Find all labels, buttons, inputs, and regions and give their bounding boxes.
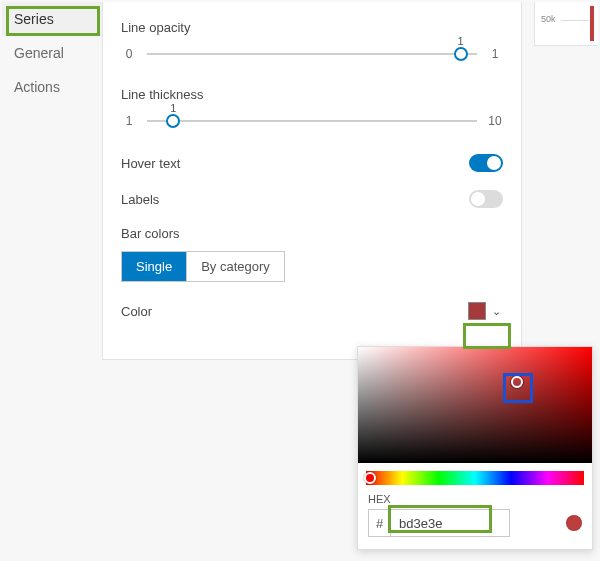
line-thickness-thumb[interactable] (166, 114, 180, 128)
line-thickness-value: 1 (170, 102, 176, 114)
hover-text-toggle[interactable] (469, 154, 503, 172)
tab-actions[interactable]: Actions (2, 70, 102, 104)
hex-hash: # (368, 509, 390, 537)
color-preview-dot (566, 515, 582, 531)
hex-label: HEX (368, 493, 582, 505)
chart-preview-tick: 50k (541, 14, 556, 24)
line-opacity-min: 0 (121, 47, 137, 61)
line-opacity-value: 1 (457, 35, 463, 47)
color-hue-slider[interactable] (366, 471, 584, 485)
line-thickness-label: Line thickness (121, 87, 503, 102)
bar-colors-by-category[interactable]: By category (186, 252, 284, 281)
labels-toggle[interactable] (469, 190, 503, 208)
settings-tabs: Series General Actions (2, 2, 102, 104)
series-settings-panel: Line opacity 0 1 1 Line thickness 1 1 10… (102, 2, 522, 360)
color-label: Color (121, 304, 152, 319)
line-opacity-max: 1 (487, 47, 503, 61)
chevron-down-icon: ⌄ (492, 305, 501, 318)
color-saturation-value[interactable] (358, 347, 592, 463)
line-opacity-slider[interactable]: 1 (147, 45, 477, 63)
bar-colors-label: Bar colors (121, 226, 503, 241)
color-swatch (468, 302, 486, 320)
line-thickness-max: 10 (487, 114, 503, 128)
chart-preview-gridline (561, 20, 589, 21)
tab-series[interactable]: Series (2, 2, 102, 36)
chart-preview: 50k (534, 2, 598, 46)
line-opacity-thumb[interactable] (454, 47, 468, 61)
line-thickness-slider[interactable]: 1 (147, 112, 477, 130)
bar-colors-segmented: Single By category (121, 251, 285, 282)
tab-general[interactable]: General (2, 36, 102, 70)
hover-text-label: Hover text (121, 156, 180, 171)
line-thickness-min: 1 (121, 114, 137, 128)
color-picker-trigger[interactable]: ⌄ (466, 300, 503, 322)
labels-label: Labels (121, 192, 159, 207)
chart-preview-bar (590, 6, 594, 41)
line-opacity-label: Line opacity (121, 20, 503, 35)
bar-colors-single[interactable]: Single (122, 252, 186, 281)
hex-input[interactable] (390, 509, 510, 537)
color-sv-cursor[interactable] (511, 376, 523, 388)
color-picker-popup: HEX # (357, 346, 593, 550)
color-hue-cursor[interactable] (364, 472, 376, 484)
